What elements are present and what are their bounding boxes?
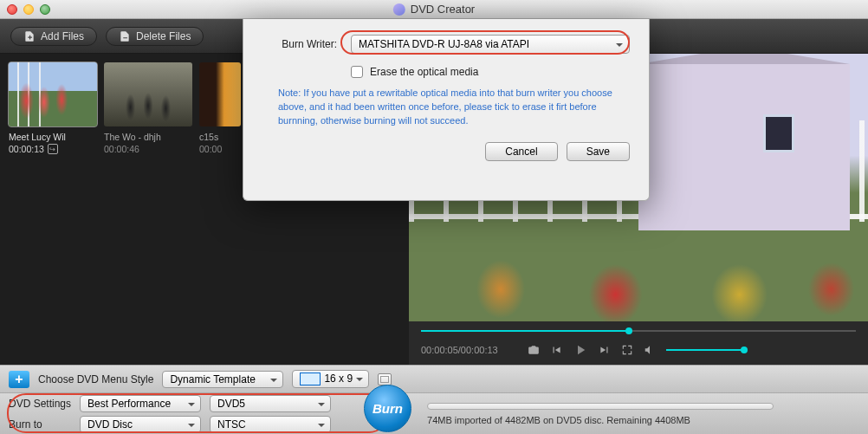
window-title: DVD Creator <box>411 3 475 16</box>
dvd-settings-label: DVD Settings <box>9 398 71 410</box>
save-label: Save <box>586 146 610 158</box>
timecode: 00:00:05/00:00:13 <box>421 345 498 355</box>
aspect-select[interactable]: 16 x 9 <box>292 370 369 388</box>
burn-label: Burn <box>372 401 403 416</box>
add-files-button[interactable]: Add Files <box>10 27 97 46</box>
add-menu-button[interactable]: + <box>9 371 29 388</box>
performance-value: Best Performance <box>87 398 171 410</box>
aspect-value: 16 x 9 <box>324 372 353 385</box>
clip-thumbnail <box>199 62 241 126</box>
minimize-window-button[interactable] <box>23 4 34 15</box>
play-icon[interactable] <box>573 342 588 358</box>
titlebar: DVD Creator <box>0 0 868 19</box>
app-icon <box>393 3 405 16</box>
export-icon[interactable]: ↪ <box>48 144 58 154</box>
standard-select[interactable]: NTSC <box>210 416 331 433</box>
burn-writer-dialog: Burn Writer: MATSHITA DVD-R UJ-8A8 via A… <box>243 19 650 201</box>
burn-button[interactable]: Burn <box>364 385 411 432</box>
menu-bar: + Choose DVD Menu Style Dynamic Template… <box>0 365 868 392</box>
clip-duration: 00:00:46 <box>104 144 139 154</box>
burn-writer-value: MATSHITA DVD-R UJ-8A8 via ATAPI <box>359 38 529 50</box>
erase-checkbox[interactable] <box>351 66 363 78</box>
seek-bar[interactable] <box>421 330 856 332</box>
add-file-icon <box>23 30 36 42</box>
cancel-button[interactable]: Cancel <box>485 142 557 161</box>
clip-item[interactable]: Meet Lucy Wil 00:00:13 ↪ <box>9 62 97 356</box>
volume-icon[interactable] <box>644 344 656 356</box>
disc-type-value: DVD5 <box>217 398 245 410</box>
import-status: 74MB imported of 4482MB on DVD5 disc. Re… <box>427 415 859 425</box>
template-value: Dynamic Template <box>170 373 255 385</box>
delete-file-icon <box>119 30 131 42</box>
close-window-button[interactable] <box>7 4 17 15</box>
clip-title: Meet Lucy Wil <box>9 132 97 142</box>
clip-title: c15s <box>199 132 241 142</box>
player-controls: 00:00:05/00:00:13 <box>409 321 868 365</box>
clip-thumbnail <box>104 62 192 126</box>
import-progress <box>427 403 774 410</box>
snapshot-icon[interactable] <box>528 344 540 356</box>
cancel-label: Cancel <box>505 146 537 158</box>
burn-to-label: Burn to <box>9 418 71 431</box>
burn-writer-label: Burn Writer: <box>262 38 337 50</box>
erase-label: Erase the optical media <box>370 66 478 78</box>
delete-files-label: Delete Files <box>136 30 191 42</box>
add-files-label: Add Files <box>41 30 84 42</box>
clip-item[interactable]: The Wo - dhjh 00:00:46 <box>104 62 192 356</box>
layout-icon[interactable] <box>378 373 392 385</box>
fullscreen-icon[interactable] <box>621 344 633 356</box>
standard-value: NTSC <box>217 418 246 431</box>
zoom-window-button[interactable] <box>40 4 50 15</box>
aspect-icon <box>300 372 321 385</box>
clip-duration: 00:00:13 <box>9 144 44 154</box>
next-icon[interactable] <box>599 344 611 356</box>
save-button[interactable]: Save <box>567 142 630 161</box>
burn-writer-select[interactable]: MATSHITA DVD-R UJ-8A8 via ATAPI <box>351 35 630 54</box>
volume-slider[interactable] <box>666 349 744 351</box>
menu-style-label: Choose DVD Menu Style <box>38 373 153 385</box>
clip-thumbnail <box>9 62 97 126</box>
dialog-note: Note: If you have put a rewritable optic… <box>278 87 625 128</box>
template-select[interactable]: Dynamic Template <box>162 371 283 388</box>
destination-value: DVD Disc <box>87 418 133 431</box>
disc-type-select[interactable]: DVD5 <box>210 395 331 412</box>
delete-files-button[interactable]: Delete Files <box>106 27 204 46</box>
performance-select[interactable]: Best Performance <box>80 395 201 412</box>
clip-title: The Wo - dhjh <box>104 132 192 142</box>
destination-select[interactable]: DVD Disc <box>80 416 201 433</box>
clip-duration: 00:00 <box>199 144 222 154</box>
burn-bar: DVD Settings Best Performance DVD5 Burn … <box>0 392 868 434</box>
clip-item[interactable]: c15s 00:00 <box>199 62 241 356</box>
prev-icon[interactable] <box>550 344 562 356</box>
